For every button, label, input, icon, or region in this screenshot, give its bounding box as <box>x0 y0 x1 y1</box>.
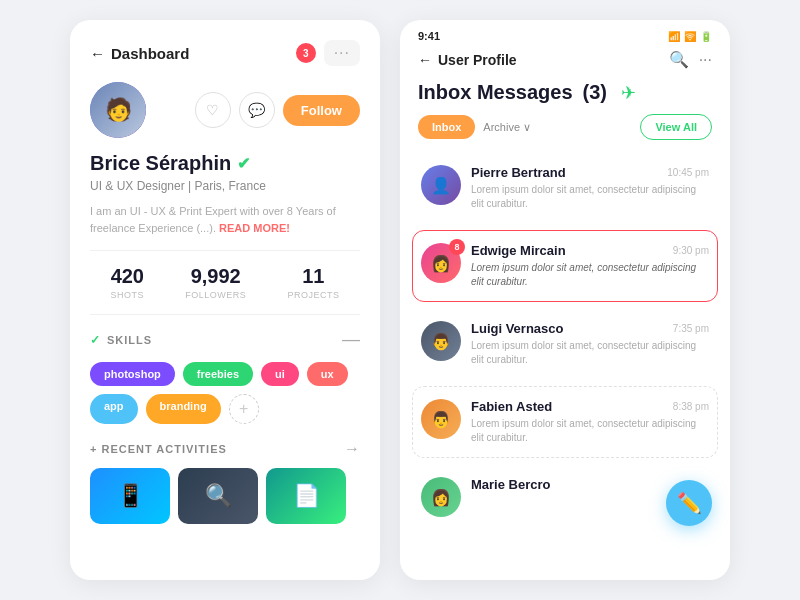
stat-projects: 11 PROJECTS <box>287 265 339 300</box>
profile-role: UI & UX Designer | Paris, France <box>90 179 360 193</box>
search-button[interactable]: 🔍 <box>669 50 689 69</box>
back-arrow-icon: ← <box>418 52 432 68</box>
back-to-profile-button[interactable]: ← User Profile <box>418 52 517 68</box>
inbox-title-text: Inbox Messages <box>418 81 573 104</box>
inbox-header: ← User Profile 🔍 ··· <box>400 46 730 79</box>
message-button[interactable]: 💬 <box>239 92 275 128</box>
back-button[interactable]: ← Dashboard <box>90 45 189 62</box>
name-text: Brice Séraphin <box>90 152 231 175</box>
stat-shots-label: SHOTS <box>111 290 145 300</box>
skills-section-header: ✓ SKILLS — <box>90 329 360 350</box>
stat-shots-num: 420 <box>111 265 145 288</box>
message-time-fabien: 8:38 pm <box>673 401 709 412</box>
recent-thumbnails: 📱 🔍 📄 <box>90 468 360 524</box>
signal-icon: 📶 <box>668 31 680 42</box>
filter-left: Inbox Archive ∨ <box>418 115 531 139</box>
checkmark-icon: ✓ <box>90 333 101 347</box>
message-preview-edwige: Lorem ipsum dolor sit amet, consectetur … <box>471 261 709 289</box>
verified-icon: ✔ <box>237 154 250 173</box>
message-preview-fabien: Lorem ipsum dolor sit amet, consectetur … <box>471 417 709 445</box>
message-item-luigi[interactable]: 👨 Luigi Vernasco 7:35 pm Lorem ipsum dol… <box>412 308 718 380</box>
message-top-row-luigi: Luigi Vernasco 7:35 pm <box>471 321 709 336</box>
follow-button[interactable]: Follow <box>283 95 360 126</box>
message-top-row: Pierre Bertrand 10:45 pm <box>471 165 709 180</box>
add-skill-button[interactable]: + <box>229 394 259 424</box>
battery-icon: 🔋 <box>700 31 712 42</box>
message-time-edwige: 9:30 pm <box>673 245 709 256</box>
message-content-luigi: Luigi Vernasco 7:35 pm Lorem ipsum dolor… <box>471 321 709 367</box>
stat-followers-num: 9,992 <box>185 265 246 288</box>
message-avatar-edwige: 👩 8 <box>421 243 461 283</box>
stats-row: 420 SHOTS 9,992 FOLLOWERS 11 PROJECTS <box>90 250 360 315</box>
skill-tag-freebies[interactable]: freebies <box>183 362 253 386</box>
message-content-edwige: Edwige Mircain 9:30 pm Lorem ipsum dolor… <box>471 243 709 289</box>
more-options-button[interactable]: ··· <box>699 50 712 69</box>
avatar: 🧑 <box>90 82 146 138</box>
recent-activities-header: + RECENT ACTIVITIES → <box>90 440 360 458</box>
archive-filter-button[interactable]: Archive ∨ <box>483 121 531 134</box>
skills-tags: photoshop freebies ui ux app branding + <box>90 362 360 424</box>
inbox-filter-button[interactable]: Inbox <box>418 115 475 139</box>
view-all-button[interactable]: View All <box>640 114 712 140</box>
plus-icon: + <box>90 443 97 455</box>
user-profile-title: User Profile <box>438 52 517 68</box>
message-avatar-fabien: 👨 <box>421 399 461 439</box>
message-time-pierre: 10:45 pm <box>667 167 709 178</box>
message-time-luigi: 7:35 pm <box>673 323 709 334</box>
message-name-pierre: Pierre Bertrand <box>471 165 566 180</box>
skill-tag-ui[interactable]: ui <box>261 362 299 386</box>
skill-tag-branding[interactable]: branding <box>146 394 221 424</box>
message-avatar-marie: 👩 <box>421 477 461 517</box>
more-options-button[interactable]: ··· <box>324 40 360 66</box>
message-preview-luigi: Lorem ipsum dolor sit amet, consectetur … <box>471 339 709 367</box>
stat-shots: 420 SHOTS <box>111 265 145 300</box>
thumbnail-2[interactable]: 🔍 <box>178 468 258 524</box>
skills-collapse-button[interactable]: — <box>342 329 360 350</box>
filter-row: Inbox Archive ∨ View All <box>400 114 730 152</box>
inbox-count: (3) <box>583 81 607 104</box>
status-time: 9:41 <box>418 30 440 42</box>
header-action-icons: 🔍 ··· <box>669 50 712 69</box>
profile-bio: I am an UI - UX & Print Expert with over… <box>90 203 360 236</box>
stat-projects-num: 11 <box>287 265 339 288</box>
message-avatar-pierre: 👤 <box>421 165 461 205</box>
recent-activities-title: + RECENT ACTIVITIES <box>90 443 227 455</box>
like-button[interactable]: ♡ <box>195 92 231 128</box>
compose-fab-button[interactable]: ✏️ <box>666 480 712 526</box>
profile-actions: ♡ 💬 Follow <box>195 92 360 128</box>
message-avatar-luigi: 👨 <box>421 321 461 361</box>
thumbnail-3[interactable]: 📄 <box>266 468 346 524</box>
stat-projects-label: PROJECTS <box>287 290 339 300</box>
skill-tag-ux[interactable]: ux <box>307 362 348 386</box>
message-item-fabien[interactable]: 👨 Fabien Asted 8:38 pm Lorem ipsum dolor… <box>412 386 718 458</box>
message-name-luigi: Luigi Vernasco <box>471 321 563 336</box>
status-icons: 📶 🛜 🔋 <box>668 31 712 42</box>
status-bar: 9:41 📶 🛜 🔋 <box>400 20 730 46</box>
dashboard-title: Dashboard <box>111 45 189 62</box>
inbox-title-row: Inbox Messages (3) ✈ <box>400 79 730 114</box>
stat-followers: 9,992 FOLLOWERS <box>185 265 246 300</box>
read-more-link[interactable]: READ MORE! <box>219 222 290 234</box>
message-name-marie: Marie Bercro <box>471 477 550 492</box>
skill-tag-photoshop[interactable]: photoshop <box>90 362 175 386</box>
stat-followers-label: FOLLOWERS <box>185 290 246 300</box>
profile-top-row: 🧑 ♡ 💬 Follow <box>90 82 360 138</box>
message-name-edwige: Edwige Mircain <box>471 243 566 258</box>
avatar-image: 🧑 <box>90 82 146 138</box>
skill-tag-app[interactable]: app <box>90 394 138 424</box>
unread-badge-edwige: 8 <box>449 239 465 255</box>
profile-name: Brice Séraphin ✔ <box>90 152 360 175</box>
profile-panel: ← Dashboard 3 ··· 🧑 ♡ 💬 Follow Brice Sér… <box>70 20 380 580</box>
thumbnail-1[interactable]: 📱 <box>90 468 170 524</box>
panel-header: ← Dashboard 3 ··· <box>90 40 360 66</box>
message-name-fabien: Fabien Asted <box>471 399 552 414</box>
message-content-pierre: Pierre Bertrand 10:45 pm Lorem ipsum dol… <box>471 165 709 211</box>
recent-activities-arrow[interactable]: → <box>344 440 360 458</box>
message-item-edwige[interactable]: 👩 8 Edwige Mircain 9:30 pm Lorem ipsum d… <box>412 230 718 302</box>
notification-badge[interactable]: 3 <box>296 43 316 63</box>
message-preview-pierre: Lorem ipsum dolor sit amet, consectetur … <box>471 183 709 211</box>
message-top-row-fabien: Fabien Asted 8:38 pm <box>471 399 709 414</box>
message-item-pierre[interactable]: 👤 Pierre Bertrand 10:45 pm Lorem ipsum d… <box>412 152 718 224</box>
message-top-row-edwige: Edwige Mircain 9:30 pm <box>471 243 709 258</box>
inbox-panel: 9:41 📶 🛜 🔋 ← User Profile 🔍 ··· Inbox Me… <box>400 20 730 580</box>
